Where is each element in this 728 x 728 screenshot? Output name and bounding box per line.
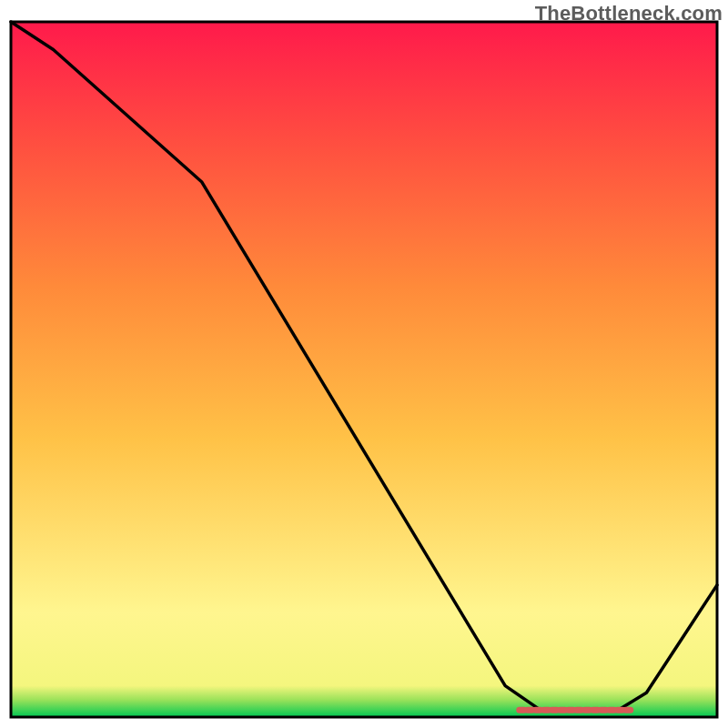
bottleneck-chart	[0, 0, 728, 728]
chart-frame: TheBottleneck.com	[0, 0, 728, 728]
watermark-text: TheBottleneck.com	[535, 2, 723, 25]
gradient-background	[11, 22, 717, 717]
